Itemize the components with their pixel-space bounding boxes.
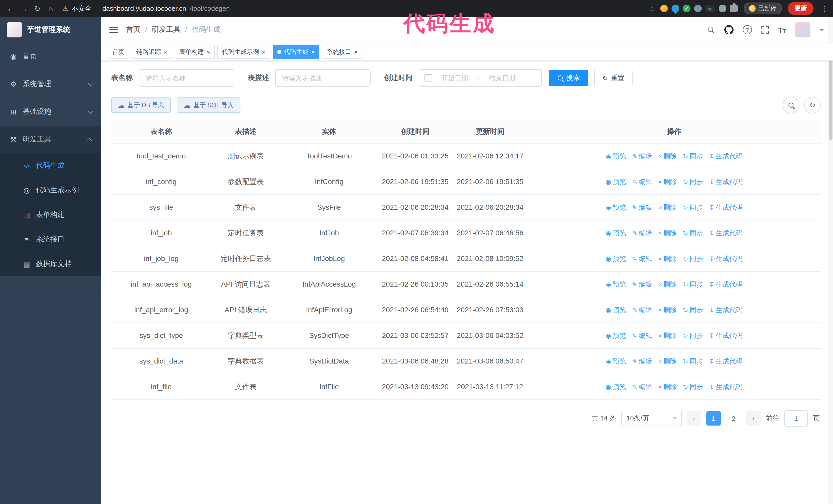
goto-page-input[interactable] [784,410,808,427]
generate-link[interactable]: ↧生成代码 [709,151,742,162]
delete-link[interactable]: ×删除 [658,382,677,393]
sidebar-item-infra[interactable]: ⊞ 基础设施 [0,98,101,126]
edit-link[interactable]: ✎编辑 [632,254,652,265]
edit-link[interactable]: ✎编辑 [632,177,652,188]
firefox-extension-icon[interactable] [660,5,668,12]
table-name-input[interactable] [139,69,234,87]
import-db-button[interactable]: ☁ 基于 DB 导入 [111,97,171,113]
home-button[interactable]: ⌂ [45,3,56,14]
sidebar-item-home[interactable]: ◉ 首页 [0,43,101,70]
avatar-caret-icon[interactable] [820,29,824,33]
reset-button[interactable]: ↻ 重置 [594,70,633,86]
delete-link[interactable]: ×删除 [658,202,677,213]
generate-link[interactable]: ↧生成代码 [709,382,742,393]
delete-link[interactable]: ×删除 [658,305,677,316]
sync-link[interactable]: ↻同步 [683,228,703,239]
edit-link[interactable]: ✎编辑 [632,331,652,341]
page-size-select[interactable]: 10条/页 [621,411,682,426]
generate-link[interactable]: ↧生成代码 [709,254,742,265]
generate-link[interactable]: ↧生成代码 [709,228,742,239]
sync-link[interactable]: ↻同步 [683,202,703,213]
tab-codegen-example[interactable]: 代码生成示例 × [217,45,270,59]
sync-link[interactable]: ↻同步 [683,331,703,341]
tab-close-icon[interactable]: × [354,48,358,55]
sync-link[interactable]: ↻同步 [683,280,703,290]
toggle-search-button[interactable] [783,97,799,113]
app-logo[interactable]: 芋道管理系统 [0,17,101,43]
preview-link[interactable]: ◉预览 [606,228,626,239]
start-date-input[interactable] [435,74,474,82]
preview-link[interactable]: ◉预览 [606,331,626,341]
users-extension-icon[interactable] [694,5,702,12]
page-button-2[interactable]: 2 [726,411,741,426]
sidebar-item-form-builder[interactable]: ▦ 表单构建 [0,202,101,227]
sync-link[interactable]: ↻同步 [683,177,703,188]
delete-link[interactable]: ×删除 [658,356,677,367]
delete-link[interactable]: ×删除 [658,177,677,188]
preview-link[interactable]: ◉预览 [606,177,626,188]
user-avatar[interactable] [795,22,810,38]
delete-link[interactable]: ×删除 [658,151,677,162]
font-size-icon[interactable]: TT [778,25,786,34]
tab-tracing[interactable]: 链路追踪 × [132,45,172,59]
bookmark-star-icon[interactable]: ☆ [649,4,655,13]
sync-link[interactable]: ↻同步 [683,151,703,162]
sidebar-item-devtools[interactable]: ⚒ 研发工具 [0,126,101,153]
date-range-picker[interactable]: - [419,69,542,87]
edit-link[interactable]: ✎编辑 [632,151,652,162]
sync-link[interactable]: ↻同步 [683,305,703,316]
tab-codegen[interactable]: 代码生成 × [273,45,319,59]
delete-link[interactable]: ×删除 [658,331,677,341]
generate-link[interactable]: ↧生成代码 [709,305,742,316]
preview-link[interactable]: ◉预览 [606,382,626,393]
edit-link[interactable]: ✎编辑 [632,382,652,393]
update-button[interactable]: 更新 [788,2,813,15]
sidebar-item-db-doc[interactable]: ▤ 数据库文档 [0,252,101,277]
preview-link[interactable]: ◉预览 [606,356,626,367]
end-date-input[interactable] [483,74,522,82]
prev-page-button[interactable]: ‹ [687,411,701,426]
collapse-menu-icon[interactable] [109,26,118,33]
edit-link[interactable]: ✎编辑 [632,356,652,367]
delete-link[interactable]: ×删除 [658,228,677,239]
page-button-1[interactable]: 1 [706,411,721,426]
fullscreen-icon[interactable] [761,26,769,33]
reload-button[interactable]: ↻ [32,3,43,14]
misc-extension-icon[interactable] [719,5,727,12]
generate-link[interactable]: ↧生成代码 [709,331,742,341]
import-sql-button[interactable]: ☁ 基于 SQL 导入 [177,97,240,113]
tab-system-api[interactable]: 系统接口 × [322,45,362,59]
sync-link[interactable]: ↻同步 [683,254,703,265]
breadcrumb-devtools[interactable]: 研发工具 [152,25,181,34]
next-page-button[interactable]: › [746,411,761,426]
puzzle-extensions-icon[interactable] [730,5,738,12]
tab-form-builder[interactable]: 表单构建 × [174,45,215,59]
preview-link[interactable]: ◉预览 [606,305,626,316]
generate-link[interactable]: ↧生成代码 [709,280,742,290]
sync-link[interactable]: ↻同步 [683,382,703,393]
sync-link[interactable]: ↻同步 [683,356,703,367]
refresh-table-button[interactable]: ↻ [804,97,821,113]
generate-link[interactable]: ↧生成代码 [709,202,742,213]
edit-link[interactable]: ✎编辑 [632,202,652,213]
delete-link[interactable]: ×删除 [658,280,677,290]
check-extension-icon[interactable]: ✓ [683,5,690,12]
forward-button[interactable]: → [19,3,30,14]
tab-close-icon[interactable]: × [311,48,315,55]
profile-paused-badge[interactable]: 已暂停 [744,3,782,14]
generate-link[interactable]: ↧生成代码 [709,177,742,188]
tab-close-icon[interactable]: × [206,48,210,55]
preview-link[interactable]: ◉预览 [606,254,626,265]
sidebar-item-system[interactable]: ⚙ 系统管理 [0,70,101,98]
tab-close-icon[interactable]: × [261,48,265,55]
search-icon[interactable] [707,26,715,33]
switch-extension-icon[interactable]: on [705,5,715,12]
sidebar-item-codegen-example[interactable]: ◎ 代码生成示例 [0,178,101,202]
delete-link[interactable]: ×删除 [658,254,677,265]
search-button[interactable]: 搜索 [549,70,588,86]
tab-home[interactable]: 首页 [108,45,129,59]
edit-link[interactable]: ✎编辑 [632,228,652,239]
preview-link[interactable]: ◉预览 [606,151,626,162]
sidebar-item-codegen[interactable]: </> 代码生成 [0,153,101,178]
preview-link[interactable]: ◉预览 [606,202,626,213]
